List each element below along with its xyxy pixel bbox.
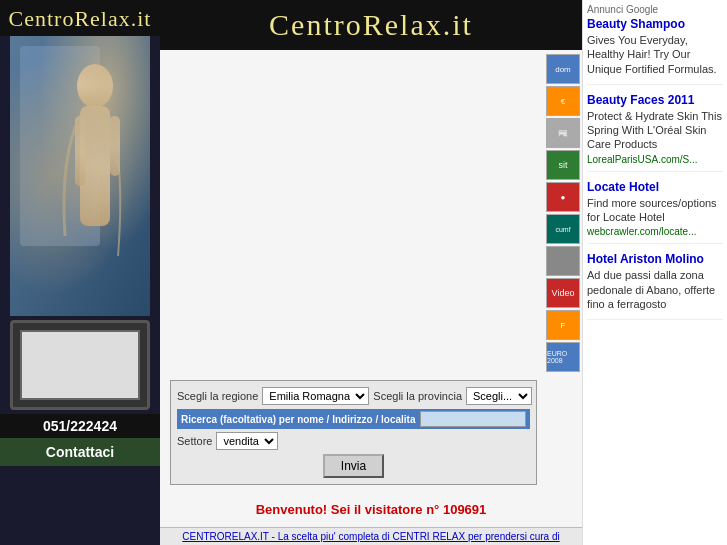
ad-title-2[interactable]: Beauty Faces 2011 [587, 93, 723, 107]
icon-f[interactable]: F [546, 310, 580, 340]
icon-dom[interactable]: dom [546, 54, 580, 84]
icons-bar: dom € 📰 sit ● cumf Video F EURO 2008 [544, 50, 582, 376]
ad-desc-1: Gives You Everyday, Healthy Hair! Try Ou… [587, 33, 723, 76]
footer-bar: CENTRORELAX.IT - La scelta piu' completa… [160, 527, 582, 545]
figure-image [10, 36, 150, 316]
footer-link[interactable]: CENTRORELAX.IT - La scelta piu' completa… [182, 531, 559, 542]
ad-block-2: Beauty Faces 2011 Protect & Hydrate Skin… [587, 93, 723, 172]
contact-button[interactable]: Contattaci [0, 438, 160, 466]
icon-euro2008[interactable]: EURO 2008 [546, 342, 580, 372]
search-label: Ricerca (facoltativa) per nome / Indiriz… [181, 414, 416, 425]
middle-panel: CentroRelax.it dom € 📰 sit ● cumf Video … [160, 0, 582, 545]
icon-cumf[interactable]: cumf [546, 214, 580, 244]
svg-rect-1 [20, 46, 100, 246]
svg-point-2 [77, 64, 113, 108]
phone-number: 051/222424 [0, 414, 160, 438]
ad-desc-3: Find more sources/options for Locate Hot… [587, 196, 723, 225]
icon-video[interactable]: Video [546, 278, 580, 308]
ad-title-4[interactable]: Hotel Ariston Molino [587, 252, 723, 266]
main-content: dom € 📰 sit ● cumf Video F EURO 2008 Sce… [160, 50, 582, 545]
settore-select[interactable]: vendita [216, 432, 278, 450]
tv-screen [20, 330, 140, 400]
right-panel: Annunci Google Beauty Shampoo Gives You … [582, 0, 727, 545]
left-panel: CentroRelax.it [0, 0, 160, 545]
icon-sit[interactable]: sit [546, 150, 580, 180]
ad-desc-4: Ad due passi dalla zona pedonale di Aban… [587, 268, 723, 311]
ad-block-1: Beauty Shampoo Gives You Everyday, Healt… [587, 17, 723, 85]
region-row: Scegli la regione Emilia Romagna Scegli … [177, 387, 530, 405]
google-ads-label: Annunci Google [587, 4, 723, 15]
search-input[interactable] [420, 411, 526, 427]
svg-rect-4 [75, 116, 85, 186]
tv-frame [10, 320, 150, 410]
ad-title-1[interactable]: Beauty Shampoo [587, 17, 723, 31]
site-title: CentroRelax.it [269, 8, 473, 41]
province-select[interactable]: Scegli... [466, 387, 532, 405]
icon-metro[interactable] [546, 246, 580, 276]
left-logo-text: CentroRelax.it [9, 6, 152, 31]
left-logo-area: CentroRelax.it [0, 0, 160, 36]
search-inner-row: Ricerca (facoltativa) per nome / Indiriz… [177, 409, 530, 429]
icon-newspaper[interactable]: 📰 [546, 118, 580, 148]
ad-desc-2: Protect & Hydrate Skin This Spring With … [587, 109, 723, 152]
svg-rect-0 [10, 36, 150, 316]
province-label: Scegli la provincia [373, 390, 462, 402]
ad-url-3: webcrawler.com/locate... [587, 226, 723, 237]
svg-rect-3 [80, 106, 110, 226]
settore-label: Settore [177, 435, 212, 447]
search-form: Scegli la regione Emilia Romagna Scegli … [170, 380, 537, 485]
region-select[interactable]: Emilia Romagna [262, 387, 369, 405]
ad-block-3: Locate Hotel Find more sources/options f… [587, 180, 723, 245]
icon-euro[interactable]: € [546, 86, 580, 116]
settore-row: Settore vendita [177, 432, 530, 450]
svg-rect-5 [110, 116, 120, 176]
ad-title-3[interactable]: Locate Hotel [587, 180, 723, 194]
ad-url-2: LorealParisUSA.com/S... [587, 154, 723, 165]
ad-block-4: Hotel Ariston Molino Ad due passi dalla … [587, 252, 723, 320]
welcome-message: Benvenuto! Sei il visitatore n° 109691 [160, 502, 582, 517]
icon-circle[interactable]: ● [546, 182, 580, 212]
submit-button[interactable]: Invia [323, 454, 384, 478]
region-label: Scegli la regione [177, 390, 258, 402]
header-bar: CentroRelax.it [160, 0, 582, 50]
